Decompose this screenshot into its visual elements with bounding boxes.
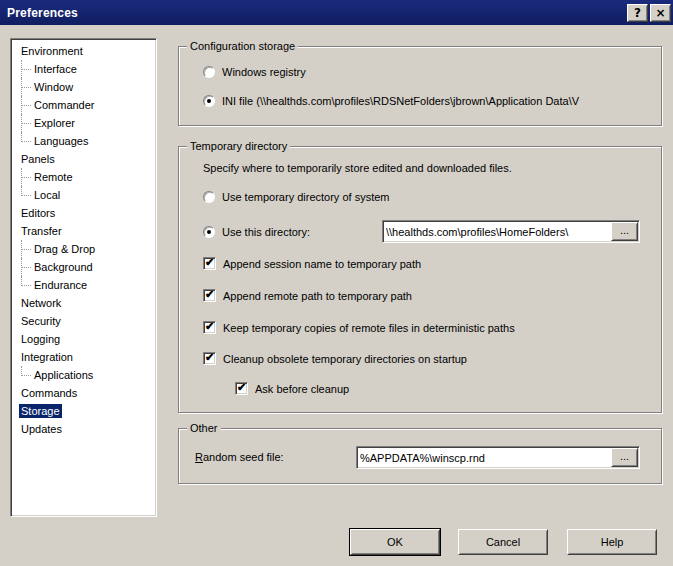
sidebar-item-applications[interactable]: Applications — [11, 366, 156, 384]
window-title: Preferences — [0, 6, 78, 20]
checkbox-append-session-name[interactable]: Append session name to temporary path — [203, 257, 421, 270]
help-button[interactable]: Help — [567, 529, 657, 555]
checkbox-append-remote-path[interactable]: Append remote path to temporary path — [203, 289, 412, 302]
tree-branch-icon — [21, 60, 32, 78]
tree-branch-icon — [21, 276, 32, 294]
tree-branch-icon — [21, 258, 32, 276]
ok-button[interactable]: OK — [350, 529, 440, 555]
radio-use-this-directory[interactable]: Use this directory: — [203, 226, 310, 238]
radio-system-temp-directory[interactable]: Use temporary directory of system — [203, 191, 390, 203]
tree-branch-icon — [21, 96, 32, 114]
sidebar-item-local[interactable]: Local — [11, 186, 156, 204]
sidebar-item-commands[interactable]: Commands — [11, 384, 156, 402]
checkbox-ask-before-cleanup[interactable]: Ask before cleanup — [235, 382, 349, 395]
checkbox-label: Ask before cleanup — [255, 383, 349, 395]
sidebar-item-explorer[interactable]: Explorer — [11, 114, 156, 132]
sidebar-item-commander[interactable]: Commander — [11, 96, 156, 114]
sidebar-item-editors[interactable]: Editors — [11, 204, 156, 222]
sidebar-item-background[interactable]: Background — [11, 258, 156, 276]
sidebar-item-drag-drop[interactable]: Drag & Drop — [11, 240, 156, 258]
preferences-dialog: { "window": { "title": "Preferences", "h… — [0, 0, 673, 566]
radio-icon — [203, 66, 215, 78]
checkbox-icon — [203, 289, 216, 302]
sidebar-item-network[interactable]: Network — [11, 294, 156, 312]
preferences-tree: Environment Interface Window Commander E… — [10, 38, 157, 517]
radio-label: Use temporary directory of system — [222, 191, 390, 203]
group-title: Other — [187, 421, 221, 435]
radio-label: Windows registry — [222, 66, 306, 78]
sidebar-item-environment[interactable]: Environment — [11, 42, 156, 60]
radio-label: INI file (\\healthds.com\profiles\RDSNet… — [222, 95, 579, 107]
checkbox-icon — [235, 382, 248, 395]
sidebar-item-security[interactable]: Security — [11, 312, 156, 330]
temp-directory-input[interactable] — [386, 224, 609, 239]
tree-branch-icon — [21, 240, 32, 258]
temp-directory-field: ... — [382, 220, 640, 243]
tree-branch-icon — [21, 186, 32, 204]
sidebar-item-logging[interactable]: Logging — [11, 330, 156, 348]
tree-branch-icon — [21, 78, 32, 96]
random-seed-field: ... — [356, 446, 640, 469]
configuration-storage-group: Configuration storage Windows registry I… — [178, 46, 662, 126]
checkbox-icon — [203, 321, 216, 334]
cancel-button[interactable]: Cancel — [458, 529, 548, 555]
radio-label: Use this directory: — [222, 226, 310, 238]
temporary-directory-group: Temporary directory Specify where to tem… — [178, 146, 662, 413]
other-group: Other Random seed file: ... — [178, 428, 662, 484]
sidebar-item-interface[interactable]: Interface — [11, 60, 156, 78]
checkbox-cleanup-obsolete[interactable]: Cleanup obsolete temporary directories o… — [203, 352, 467, 365]
checkbox-icon — [203, 352, 216, 365]
sidebar-item-integration[interactable]: Integration — [11, 348, 156, 366]
checkbox-deterministic-paths[interactable]: Keep temporary copies of remote files in… — [203, 321, 515, 334]
sidebar-item-languages[interactable]: Languages — [11, 132, 156, 150]
help-icon[interactable]: ? — [627, 4, 648, 22]
sidebar-item-remote[interactable]: Remote — [11, 168, 156, 186]
sidebar-item-window[interactable]: Window — [11, 78, 156, 96]
group-title: Configuration storage — [187, 39, 298, 53]
random-seed-input[interactable] — [360, 450, 609, 465]
group-title: Temporary directory — [187, 139, 290, 153]
tree-branch-icon — [21, 168, 32, 186]
sidebar-item-storage[interactable]: Storage — [11, 402, 156, 420]
checkbox-label: Keep temporary copies of remote files in… — [223, 322, 515, 334]
radio-icon — [203, 95, 215, 107]
sidebar-item-transfer[interactable]: Transfer — [11, 222, 156, 240]
checkbox-icon — [203, 257, 216, 270]
temp-directory-description: Specify where to temporarily store edite… — [203, 162, 512, 174]
radio-ini-file[interactable]: INI file (\\healthds.com\profiles\RDSNet… — [203, 95, 655, 107]
random-seed-label: Random seed file: — [195, 451, 284, 463]
browse-seed-button[interactable]: ... — [611, 448, 638, 467]
checkbox-label: Append remote path to temporary path — [223, 290, 412, 302]
browse-directory-button[interactable]: ... — [611, 222, 638, 241]
title-bar: Preferences ? × — [0, 0, 673, 25]
radio-icon — [203, 226, 215, 238]
checkbox-label: Append session name to temporary path — [223, 258, 421, 270]
tree-branch-icon — [21, 132, 32, 150]
radio-icon — [203, 191, 215, 203]
sidebar-item-updates[interactable]: Updates — [11, 420, 156, 438]
tree-branch-icon — [21, 366, 32, 384]
sidebar-item-endurance[interactable]: Endurance — [11, 276, 156, 294]
close-icon[interactable]: × — [650, 4, 671, 22]
radio-windows-registry[interactable]: Windows registry — [203, 66, 306, 78]
random-seed-label-row: Random seed file: — [195, 451, 284, 463]
tree-branch-icon — [21, 114, 32, 132]
checkbox-label: Cleanup obsolete temporary directories o… — [223, 353, 467, 365]
sidebar-item-panels[interactable]: Panels — [11, 150, 156, 168]
